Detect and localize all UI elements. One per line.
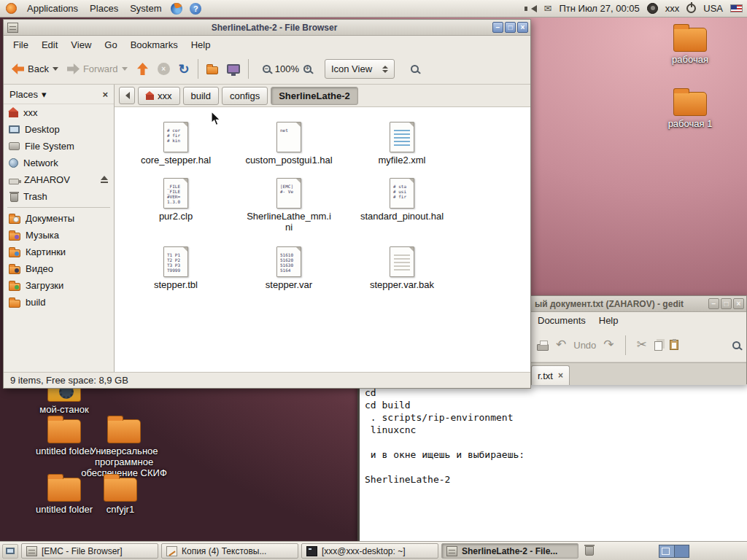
sidebar-item-video[interactable]: Видео [4,260,114,277]
task-button-terminal[interactable]: [xxx@xxx-desktop: ~] [301,543,438,559]
keyboard-layout[interactable]: USA [703,3,723,14]
sidebar-item-trash[interactable]: Trash [4,188,114,205]
minimize-button[interactable]: − [492,22,503,33]
copy-icon[interactable] [654,341,662,351]
maximize-button[interactable]: □ [505,22,516,33]
back-icon [12,63,24,74]
menu-view[interactable]: View [64,37,98,52]
print-icon[interactable] [537,344,549,351]
undo-icon[interactable]: ↶ [556,339,566,351]
back-button[interactable]: Back [7,60,63,78]
file-item[interactable]: 5161051620516305164 stepper.var [234,246,344,290]
minimize-button[interactable]: − [708,298,719,309]
desktop-icon-rabochaya[interactable]: рабочая [657,28,723,65]
sidebar-item-downloads[interactable]: Загрузки [4,277,114,294]
menu-places[interactable]: Places [84,1,124,16]
file-list-area[interactable]: # cor# fir# kin core_stepper.hal net cus… [115,107,530,372]
menu-help[interactable]: Help [592,314,625,327]
sidebar-item-network[interactable]: Network [4,155,114,171]
path-button-configs[interactable]: configs [222,87,268,105]
sidebar-item-build[interactable]: build [4,294,114,311]
power-icon[interactable] [686,4,696,13]
file-item[interactable]: T1 P1T2 P2T3 P3T9999 stepper.tbl [121,246,231,290]
task-button-sherlinelathe-file-browser[interactable]: SherlineLathe-2 - File... [441,543,578,559]
menu-go[interactable]: Go [98,37,123,52]
help-icon[interactable]: ? [190,3,201,15]
file-browser-titlebar[interactable]: SherlineLathe-2 - File Browser − □ × [4,20,530,36]
sidebar-item-file-system[interactable]: File System [4,138,114,155]
cut-icon[interactable]: ✂ [637,339,647,351]
desktop-icon-skif[interactable]: Универсальное программное обеспечение СК… [73,419,175,478]
redo-icon[interactable]: ↷ [603,339,614,351]
menu-help[interactable]: Help [185,37,217,52]
menu-system[interactable]: System [124,1,167,16]
gedit-titlebar[interactable]: ый документ.txt (ZAHAROV) - gedit − □ × [531,296,746,312]
volume-icon[interactable] [527,5,537,12]
show-desktop-button[interactable] [2,544,18,559]
menu-documents[interactable]: Documents [531,314,592,327]
flag-icon[interactable] [730,4,743,12]
zoom-in-button[interactable]: + [299,61,316,77]
eject-button[interactable] [100,176,109,184]
file-item[interactable]: net custom_postgui1.hal [234,122,344,166]
trash-applet-icon[interactable] [585,546,594,556]
home-button[interactable] [202,60,222,78]
desktop-icon-rabochaya-1[interactable]: рабочая 1 [657,92,723,129]
desktop-icon-cnfyjr1[interactable]: cnfyjr1 [88,478,153,515]
zoom-out-button[interactable]: − [258,61,275,77]
maximize-button[interactable]: □ [721,298,732,309]
menu-file[interactable]: File [7,37,35,52]
file-item[interactable]: myfile2.xml [347,122,457,166]
search-button[interactable] [406,61,423,77]
paste-icon[interactable] [670,340,678,350]
sidebar-item-pictures[interactable]: Картинки [4,244,114,260]
forward-icon [67,63,80,74]
path-button-sherlinelathe-2[interactable]: SherlineLathe-2 [271,87,358,105]
forward-button[interactable]: Forward [63,60,132,78]
user-switcher-icon[interactable] [647,3,658,14]
path-button-xxx[interactable]: xxx [138,87,180,105]
menu-edit[interactable]: Edit [35,37,64,52]
stop-button[interactable]: × [153,59,174,79]
sidebar-item-zaharov[interactable]: ZAHAROV [4,171,114,188]
sidebar-item-desktop[interactable]: Desktop [4,121,114,138]
workspace-2[interactable] [674,545,689,557]
sidebar-close-icon[interactable]: × [102,89,108,100]
path-scroll-left-button[interactable] [119,87,135,104]
file-item[interactable]: stepper.var.bak [347,246,457,290]
menu-bookmarks[interactable]: Bookmarks [124,37,185,52]
workspace-1[interactable] [659,545,674,557]
desktop-icon-label: cnfyjr1 [107,504,134,515]
mail-icon[interactable]: ✉ [544,3,552,14]
sidebar-item-xxx[interactable]: xxx [4,104,114,121]
close-button[interactable]: × [517,22,528,33]
computer-button[interactable] [222,61,244,77]
home-folder-icon [206,66,218,74]
find-icon[interactable] [732,341,740,349]
sidebar-item-music[interactable]: Музыка [4,227,114,244]
sidebar-item-documents[interactable]: Документы [4,210,114,227]
file-icon: net [276,122,301,152]
up-button[interactable] [132,60,153,78]
tab-close-icon[interactable]: × [558,370,563,381]
menu-applications[interactable]: Applications [21,1,84,16]
path-button-build[interactable]: build [183,87,219,105]
view-mode-select[interactable]: Icon View [325,59,395,79]
terminal-window[interactable]: cd cd build . scripts/rip-environment li… [357,384,747,541]
distro-logo-icon[interactable] [6,3,17,14]
username[interactable]: xxx [665,3,680,14]
clock[interactable]: Птн Июл 27, 00:05 [559,3,639,14]
chevron-down-icon[interactable] [53,67,58,74]
file-item[interactable]: [EMC]#- Ve SherlineLathe_mm.ini [234,178,344,233]
task-button-gedit[interactable]: Копия (4) Текстовы... [161,543,298,559]
caret-down-icon[interactable]: ▾ [42,89,47,100]
task-button-emc-file-browser[interactable]: [EMC - File Browser] [21,543,158,559]
file-item[interactable]: _FILE_FILE#VER=1.3.0 pur2.clp [121,178,231,222]
file-item[interactable]: # sta# usi# fir standard_pinout.hal [347,178,457,222]
places-dropdown[interactable]: Places [9,89,38,100]
firefox-icon[interactable] [171,3,182,15]
drive-icon [9,142,20,150]
close-button[interactable]: × [733,298,744,309]
gedit-tab[interactable]: r.txt × [531,365,570,385]
reload-button[interactable]: ↻ [174,60,194,79]
